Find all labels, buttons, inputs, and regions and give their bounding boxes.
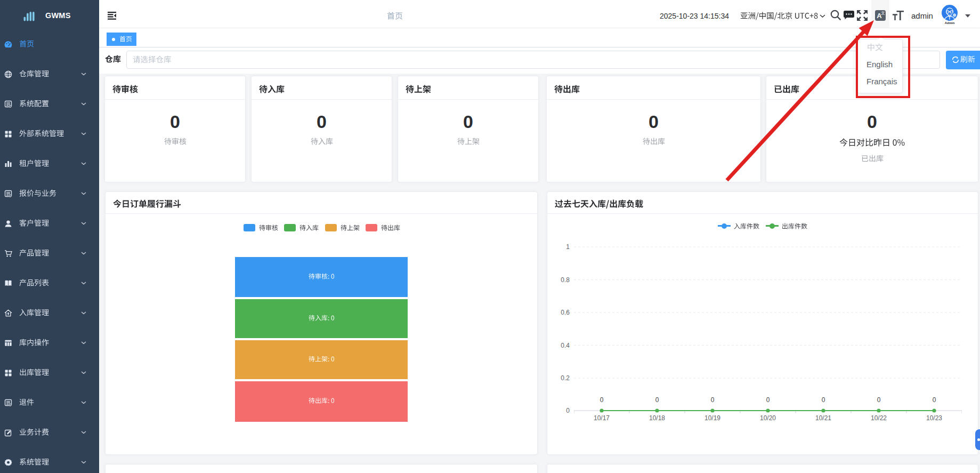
svg-text:文: 文 bbox=[881, 11, 885, 15]
